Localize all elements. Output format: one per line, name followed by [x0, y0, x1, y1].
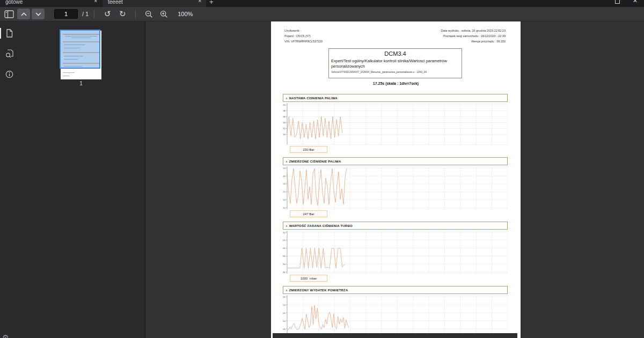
pdf-viewer-window: gotowe ✕ teeeet ✕ + ✕ / 1 ↺ ↻ — [0, 0, 644, 338]
chart-section-header[interactable]: ∧ NASTAWA CISNIENIA PALIWA — [283, 94, 508, 102]
tab-close-icon[interactable]: ✕ — [197, 0, 202, 4]
document-meta-left: Użytkownik : Pojazd : C5/C5 (X7) VIN: VF… — [284, 28, 323, 44]
chart-current-value: 1000 mbar — [290, 275, 327, 282]
svg-text:234: 234 — [283, 121, 286, 124]
new-tab-button[interactable]: + — [209, 0, 214, 6]
print-date-line: Data wydruku : sobota, 16 grudnia 2023 2… — [441, 28, 506, 33]
svg-text:990: 990 — [283, 263, 286, 266]
measure-file: Vehicle\X7\N\DCM34\X7_DCM34_Mesures_para… — [331, 71, 459, 74]
page-number-input[interactable] — [54, 9, 78, 19]
document-viewport[interactable]: Użytkownik : Pojazd : C5/C5 (X7) VIN: VF… — [145, 21, 644, 338]
svg-text:450: 450 — [283, 304, 286, 306]
zoom-out-icon[interactable] — [141, 10, 156, 18]
chart-section-header[interactable]: ∧ ZMIERZONY WYDATEK POWIETRZA — [283, 286, 508, 294]
thumbnail-content — [63, 76, 69, 76]
chart-title: NASTAWA CISNIENIA PALIWA — [289, 97, 338, 100]
previous-page-button[interactable] — [17, 9, 30, 19]
ecu-name: DCM3.4 — [331, 50, 459, 57]
document-properties-button[interactable] — [0, 66, 19, 82]
time-scale-label: 17.25s (skala : 1div=7sek) — [271, 82, 521, 85]
chart-section: ∧ WARTOŚĆ ZADANA CIŚNIENIA TURBO 1010100… — [283, 222, 508, 282]
zoom-level-label: 100% — [178, 11, 193, 17]
svg-text:240: 240 — [283, 175, 286, 178]
rotate-counterclockwise-icon[interactable]: ↺ — [100, 10, 115, 18]
tab-teeeet[interactable]: teeeet ✕ — [103, 0, 206, 7]
chart-plot: 101010051000995990985 — [283, 231, 508, 274]
tab-label: gotowe — [5, 0, 23, 5]
chart-canvas: 500450400350300 — [283, 295, 508, 338]
chart-section: ∧ ZMIERZONY WYDATEK POWIETRZA 5004504003… — [283, 286, 508, 338]
svg-text:236: 236 — [283, 115, 286, 118]
zoom-in-icon[interactable] — [156, 10, 171, 18]
close-window-icon[interactable]: ✕ — [633, 0, 638, 4]
chart-plot: 247.53240232.53225217.53210 — [283, 166, 508, 209]
rotate-clockwise-icon[interactable]: ↻ — [115, 10, 130, 18]
tab-label: teeeet — [108, 0, 123, 5]
svg-text:995: 995 — [283, 255, 286, 258]
collapse-icon: ∧ — [286, 97, 288, 100]
chart-current-value: 230 Bar — [290, 146, 327, 153]
svg-text:300: 300 — [283, 328, 286, 330]
search-document-icon — [5, 49, 14, 58]
thumbnails-view-button[interactable] — [0, 25, 19, 41]
vehicle-line: Pojazd : C5/C5 (X7) — [284, 33, 323, 39]
svg-text:247.53: 247.53 — [283, 167, 286, 170]
svg-text:232.53: 232.53 — [283, 182, 286, 185]
svg-text:985: 985 — [283, 271, 286, 274]
report-title-box: DCM3.4 Expert/Test ogólny/Kalkulator kon… — [328, 48, 462, 78]
svg-text:500: 500 — [283, 296, 286, 298]
chart-current-value: 247 Bar — [290, 210, 327, 217]
chart-sections: ∧ NASTAWA CISNIENIA PALIWA 2402382362342… — [283, 94, 508, 338]
toolbar-divider — [135, 10, 136, 18]
info-icon — [5, 70, 13, 78]
document-search-view-button[interactable] — [0, 46, 19, 62]
collapse-icon: ∧ — [286, 224, 288, 227]
chart-title: WARTOŚĆ ZADANA CIŚNIENIA TURBO — [289, 224, 353, 227]
sidebar-icon-strip: ⚙ — [0, 21, 19, 338]
svg-text:225: 225 — [283, 190, 286, 193]
chart-plot: 500450400350300 — [283, 295, 508, 338]
svg-text:232: 232 — [283, 127, 286, 130]
chart-section-header[interactable]: ∧ WARTOŚĆ ZADANA CIŚNIENIA TURBO — [283, 222, 508, 230]
dark-band — [273, 333, 517, 338]
svg-text:1010: 1010 — [283, 231, 286, 234]
chart-title: ZMIERZONE CIŚNIENIE PALIWA — [289, 160, 341, 163]
svg-text:230: 230 — [283, 133, 286, 136]
test-path: Expert/Test ogólny/Kalkulator kontroli s… — [331, 58, 459, 69]
toolbar-divider — [94, 10, 94, 18]
collapse-icon: ∧ — [286, 160, 288, 163]
active-view-indicator — [0, 28, 1, 39]
svg-text:217.53: 217.53 — [283, 199, 286, 201]
settings-gear-icon[interactable]: ⚙ — [2, 333, 9, 338]
svg-text:1005: 1005 — [283, 239, 286, 241]
chart-title: ZMIERZONY WYDATEK POWIETRZA — [289, 289, 348, 292]
tab-gotowe[interactable]: gotowe ✕ — [0, 0, 102, 7]
next-page-button[interactable] — [32, 9, 45, 19]
svg-text:350: 350 — [283, 320, 286, 322]
pdf-page: Użytkownik : Pojazd : C5/C5 (X7) VIN: VF… — [271, 21, 521, 338]
user-line: Użytkownik : — [284, 28, 323, 33]
chart-section: ∧ NASTAWA CISNIENIA PALIWA 2402382362342… — [283, 94, 508, 153]
thumbnail-panel: 1 — [19, 21, 145, 338]
sidebar-toggle-icon[interactable] — [4, 10, 14, 18]
svg-text:1000: 1000 — [283, 247, 286, 249]
session-start-line: Początek sesji samochodu : 16/12/2023 - … — [441, 33, 506, 39]
thumbnail-page-1[interactable] — [61, 31, 101, 79]
chart-canvas: 101010051000995990985 — [283, 231, 508, 274]
page-count-label: / 1 — [82, 11, 89, 17]
chart-section-header[interactable]: ∧ ZMIERZONE CIŚNIENIE PALIWA — [283, 157, 508, 165]
restore-window-icon[interactable] — [615, 0, 620, 4]
pdf-toolbar: / 1 ↺ ↻ 100% — [0, 7, 644, 21]
tool-version-line: Wersja przyrządu : 09.150 — [441, 39, 506, 44]
page-thumbnails-icon — [6, 29, 13, 38]
chart-section: ∧ ZMIERZONE CIŚNIENIE PALIWA 247.5324023… — [283, 157, 508, 217]
window-controls: ✕ — [615, 0, 644, 4]
chart-canvas: 247.53240232.53225217.53210 — [283, 166, 508, 209]
tab-close-icon[interactable]: ✕ — [93, 0, 98, 4]
vin-line: VIN: VF7RWRHF8CL537220 — [284, 39, 323, 44]
svg-text:400: 400 — [283, 312, 286, 314]
document-meta-right: Data wydruku : sobota, 16 grudnia 2023 2… — [441, 28, 506, 44]
svg-text:210: 210 — [283, 207, 286, 209]
svg-text:238: 238 — [283, 109, 286, 112]
thumbnail-visible-region — [60, 30, 100, 69]
